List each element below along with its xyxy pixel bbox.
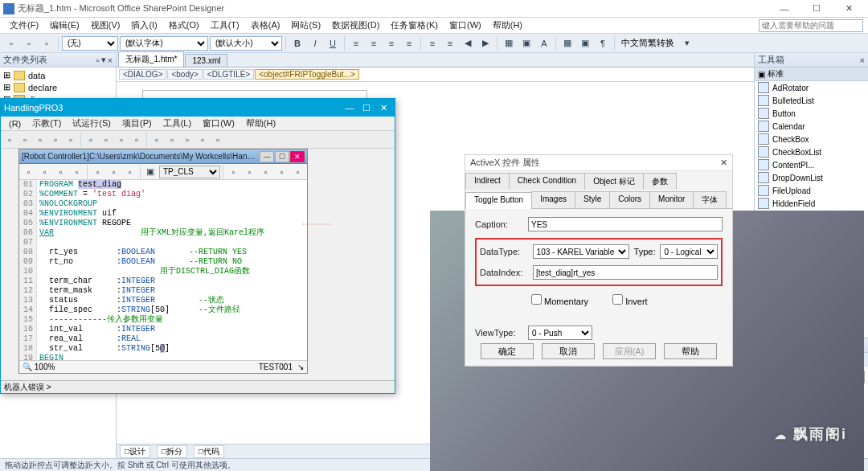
tool-BulletedList[interactable]: BulletedList: [755, 94, 868, 107]
ax-viewtype-select[interactable]: 0 - Push: [528, 326, 592, 340]
code-tool-11[interactable]: ▫: [274, 164, 289, 180]
tool-FileUpload[interactable]: FileUpload: [755, 184, 868, 197]
hpro-inner-max-button[interactable]: ☐: [275, 151, 289, 162]
ax-help-button[interactable]: 帮助: [664, 343, 717, 359]
hpro-menu-窗口(W)[interactable]: 窗口(W): [198, 116, 240, 131]
code-tool-6[interactable]: ▫: [106, 164, 121, 180]
tool-AdRotator[interactable]: AdRotator: [755, 81, 868, 94]
breadcrumb-part-2[interactable]: <DLGTILE>: [203, 69, 254, 80]
font-select[interactable]: (默认字体): [120, 36, 208, 51]
table-button[interactable]: ▦: [559, 35, 575, 51]
code-tool-tp-icon[interactable]: ▣: [143, 164, 158, 180]
menu-帮助(H)[interactable]: 帮助(H): [488, 18, 527, 33]
hpro-tool-6[interactable]: ▫: [84, 133, 98, 147]
hpro-tool-1[interactable]: ▫: [2, 133, 17, 147]
cnconv-dropdown[interactable]: ▾: [679, 35, 695, 51]
ax-close-button[interactable]: ✕: [720, 158, 727, 168]
folder-data[interactable]: ⊞data: [2, 69, 114, 81]
hpro-tool-11[interactable]: ▫: [165, 133, 179, 147]
paragraph-button[interactable]: ¶: [595, 35, 611, 51]
maximize-button[interactable]: ☐: [800, 1, 833, 17]
code-tool-12[interactable]: ▫: [290, 164, 305, 180]
ax-tab-Monitor[interactable]: Monitor: [649, 191, 694, 208]
hpro-tool-9[interactable]: ▫: [129, 133, 144, 147]
align-center-button[interactable]: ≡: [366, 35, 382, 51]
tp-name-select[interactable]: TP_CLS: [159, 166, 220, 178]
ax-invert-checkbox[interactable]: Invert: [612, 294, 648, 306]
bullets-button[interactable]: ≡: [424, 35, 440, 51]
hpro-tool-3[interactable]: ▫: [33, 133, 47, 147]
menu-数据视图(D)[interactable]: 数据视图(D): [327, 18, 384, 33]
cnconv-label[interactable]: 中文简繁转换: [618, 37, 678, 49]
hpro-inner-close-button[interactable]: ✕: [290, 151, 305, 162]
code-tool-9[interactable]: ▫: [242, 164, 257, 180]
ax-ok-button[interactable]: 确定: [481, 343, 534, 359]
tool-CheckBox[interactable]: CheckBox: [755, 133, 868, 145]
code-tool-3[interactable]: ▫: [53, 164, 68, 180]
ax-tab-Colors[interactable]: Colors: [609, 191, 650, 208]
ax-tab-Check Condition[interactable]: Check Condition: [509, 173, 585, 190]
menu-窗口(W)[interactable]: 窗口(W): [444, 18, 486, 33]
hpro-tool-5[interactable]: ▫: [63, 133, 78, 147]
hpro-menu-(R)[interactable]: (R): [4, 117, 26, 130]
menu-任务窗格(K)[interactable]: 任务窗格(K): [386, 18, 443, 33]
folder-panel-new-icon[interactable]: ▫: [96, 55, 100, 65]
indent-button[interactable]: ▶: [477, 35, 493, 51]
ax-apply-button[interactable]: 应用(A): [603, 343, 656, 359]
tool-CheckBoxList[interactable]: CheckBoxList: [755, 145, 868, 158]
view-split-tab[interactable]: □拆分: [157, 445, 187, 458]
align-justify-button[interactable]: ≡: [401, 35, 417, 51]
hpro-tool-10[interactable]: ▫: [149, 133, 164, 147]
code-tool-4[interactable]: ▫: [69, 164, 84, 180]
folder-panel-close-icon[interactable]: ×: [108, 55, 113, 65]
doc-tab-1[interactable]: 123.xml: [185, 54, 227, 67]
hpro-tool-4[interactable]: ▫: [48, 133, 63, 147]
ax-tab-参数[interactable]: 参数: [643, 173, 677, 190]
ax-dataindex-input[interactable]: [533, 265, 718, 280]
folder-panel-chevron-icon[interactable]: ▾: [101, 55, 106, 65]
expand-icon[interactable]: ⊞: [3, 70, 10, 80]
hpro-tool-14[interactable]: ▫: [211, 133, 225, 147]
open-button[interactable]: ▫: [21, 35, 37, 51]
hpro-tool-2[interactable]: ▫: [18, 133, 32, 147]
style-select[interactable]: (无): [62, 36, 118, 51]
borders-button[interactable]: ▦: [501, 35, 517, 51]
ax-tab-字体[interactable]: 字体: [693, 191, 727, 208]
doc-tab-0[interactable]: 无标题_1.htm*: [118, 51, 184, 67]
hpro-maximize-button[interactable]: ☐: [358, 100, 375, 115]
hpro-inner-min-button[interactable]: —: [260, 151, 274, 162]
view-design-tab[interactable]: □设计: [120, 445, 150, 458]
menu-编辑(E)[interactable]: 编辑(E): [45, 18, 84, 33]
code-editor[interactable]: 01PROGRAM test_diag02%COMMENT = 'test di…: [19, 180, 307, 360]
hpro-menu-示教(T)[interactable]: 示教(T): [27, 116, 66, 131]
menu-视图(V)[interactable]: 视图(V): [86, 18, 125, 33]
code-tool-1[interactable]: ▫: [21, 164, 36, 180]
hpro-menu-工具(L)[interactable]: 工具(L): [158, 116, 196, 131]
ax-datatype-select[interactable]: 103 - KAREL Variable: [533, 244, 629, 259]
hpro-minimize-button[interactable]: —: [342, 100, 358, 115]
expand-icon[interactable]: ⊞: [3, 82, 10, 92]
hpro-tool-8[interactable]: ▫: [114, 133, 129, 147]
folder-declare[interactable]: ⊞declare: [2, 81, 114, 93]
code-tool-8[interactable]: ▫: [226, 164, 241, 180]
menu-文件(F)[interactable]: 文件(F): [5, 18, 43, 33]
help-search-input[interactable]: [759, 19, 863, 32]
menu-网站(S)[interactable]: 网站(S): [286, 18, 326, 33]
menu-表格(A)[interactable]: 表格(A): [246, 18, 285, 33]
ax-cancel-button[interactable]: 取消: [542, 343, 595, 359]
italic-button[interactable]: I: [307, 35, 323, 51]
ax-tab-Object 标记[interactable]: Object 标记: [584, 173, 644, 190]
code-tool-7[interactable]: ▫: [122, 164, 137, 180]
layer-button[interactable]: ▣: [577, 35, 593, 51]
ax-type-select[interactable]: 0 - Logical: [660, 244, 718, 259]
hpro-menu-帮助(H)[interactable]: 帮助(H): [241, 116, 280, 131]
tool-DropDownList[interactable]: DropDownList: [755, 171, 868, 184]
hpro-tool-13[interactable]: ▫: [195, 133, 210, 147]
code-tool-5[interactable]: ▫: [90, 164, 105, 180]
align-right-button[interactable]: ≡: [383, 35, 399, 51]
close-button[interactable]: ✕: [833, 1, 865, 17]
menu-工具(T)[interactable]: 工具(T): [206, 18, 244, 33]
fontcolor-button[interactable]: A: [536, 35, 552, 51]
breadcrumb-part-3[interactable]: <object#FRIPToggleBut...>: [255, 69, 359, 80]
hpro-tool-7[interactable]: ▫: [99, 133, 113, 147]
